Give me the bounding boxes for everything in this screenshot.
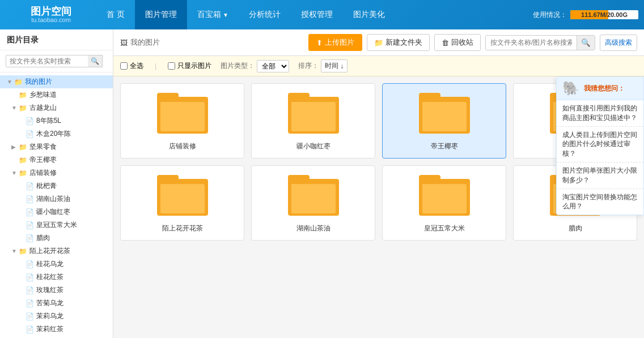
nav-home[interactable]: 首 页 — [96, 0, 135, 29]
tree-item-xiangchou[interactable]: 📁 乡愁味道 — [0, 88, 113, 101]
folder-icon: 📁 — [19, 143, 27, 151]
folder-name: 湖南山茶油 — [296, 224, 331, 233]
tree-item-tea-oil[interactable]: 📄 湖南山茶油 — [0, 192, 113, 206]
show-images-label[interactable]: 只显示图片 — [168, 61, 211, 71]
nav-baobao[interactable]: 百宝箱▼ — [187, 0, 239, 29]
tree-item-pipa[interactable]: 📄 枇杷膏 — [0, 179, 113, 192]
sidebar-search-input[interactable] — [6, 55, 88, 67]
tree-item-diw[interactable]: 📁 帝王椰枣 — [0, 153, 113, 166]
folder-icon: 📄 — [26, 326, 34, 333]
expand-icon: ▼ — [11, 105, 17, 111]
folder-icon: 📁 — [19, 247, 27, 255]
folder-icon: 📄 — [26, 221, 34, 229]
nav-analytics[interactable]: 分析统计 — [239, 0, 291, 29]
folder-icon: 📄 — [26, 313, 34, 320]
nav-image-manage[interactable]: 图片管理 — [135, 0, 187, 29]
upload-button[interactable]: ⬆ 上传图片 — [308, 34, 362, 51]
tree-item-moli-red[interactable]: 📄 茉莉红茶 — [0, 323, 113, 336]
tree-item-nuts[interactable]: ▶ 📁 坚果零食 — [0, 140, 113, 153]
folder-card-jianxiao[interactable]: 疆小咖红枣 — [251, 83, 375, 159]
folder-card-shopdecore[interactable]: 店铺装修 — [120, 83, 244, 159]
tree-item-jianxiao[interactable]: 📄 疆小咖红枣 — [0, 206, 113, 219]
sort-arrow-icon: ↓ — [340, 62, 344, 70]
sidebar-title: 图片目录 — [0, 29, 113, 50]
tree-item-flower-tea[interactable]: ▼ 📁 陌上花开花茶 — [0, 245, 113, 258]
help-item-2[interactable]: 成人类目上传到图片空间的图片什么时候通过审核？ — [557, 127, 643, 162]
tree-item-huangguan[interactable]: 📄 皇冠五常大米 — [0, 219, 113, 232]
folder-icon: 📄 — [26, 182, 34, 190]
folder-icon-large — [419, 93, 470, 134]
tree-item-8year[interactable]: 📄 8年陈5L — [0, 114, 113, 127]
filter-divider: | — [155, 62, 156, 70]
folder-icon: 📁 — [14, 78, 23, 86]
header: 图片空间 tu.taobao.com 首 页 图片管理 百宝箱▼ 分析统计 授权… — [0, 0, 644, 29]
folder-card-diwang[interactable]: 帝王椰枣 — [382, 83, 506, 159]
select-all-checkbox[interactable] — [120, 62, 128, 70]
recycle-icon: 🗑 — [442, 38, 449, 47]
type-select[interactable]: 全部 JPG PNG GIF — [257, 60, 289, 72]
content-area: 🖼 我的图片 ⬆ 上传图片 📁 新建文件夹 🗑 回收站 🔍 高级搜索 — [113, 29, 644, 338]
folder-icon: 📁 — [19, 104, 27, 112]
folder-icon: 📄 — [26, 208, 34, 216]
chevron-down-icon: ▼ — [223, 12, 228, 18]
content-search-button[interactable]: 🔍 — [577, 36, 595, 50]
tree-item-rose-tea[interactable]: 📄 玫瑰红茶 — [0, 284, 113, 297]
content-search-input[interactable] — [486, 36, 577, 49]
folder-name: 陌上花开花茶 — [162, 224, 203, 233]
folder-icon: 📄 — [26, 286, 34, 294]
folder-icon: 📄 — [26, 260, 34, 268]
sidebar-search-button[interactable]: 🔍 — [88, 55, 103, 67]
tree-item-larou[interactable]: 📄 腊肉 — [0, 232, 113, 245]
folder-icon-large — [288, 93, 339, 134]
tree-item-shop[interactable]: ▼ 📁 店铺装修 — [0, 166, 113, 179]
folder-card-flowertea[interactable]: 陌上花开花茶 — [120, 165, 244, 241]
current-path: 🖼 我的图片 — [120, 37, 160, 48]
folder-icon-large — [157, 93, 208, 134]
sidebar-search-area: 🔍 — [0, 50, 113, 72]
folder-card-huangguan[interactable]: 皇冠五常大米 — [382, 165, 506, 241]
type-filter: 图片类型： 全部 JPG PNG GIF — [221, 60, 289, 72]
folder-icon: 📄 — [26, 130, 34, 138]
path-label: 我的图片 — [130, 37, 160, 48]
folder-name: 皇冠五常大米 — [424, 224, 465, 233]
nav-auth[interactable]: 授权管理 — [291, 0, 343, 29]
show-images-checkbox[interactable] — [168, 62, 175, 70]
folder-icon-large — [288, 175, 339, 216]
folder-icon: 📁 — [19, 156, 27, 164]
folder-icon: 📄 — [26, 234, 34, 242]
main-layout: 图片目录 🔍 ▼ 📁 我的图片 📁 乡愁味道 ▼ 📁 古越龙山 — [0, 29, 644, 338]
filter-bar: 全选 | 只显示图片 图片类型： 全部 JPG PNG GIF 排序： 时间 — [113, 56, 644, 76]
tree-item-myimages[interactable]: ▼ 📁 我的图片 — [0, 75, 113, 88]
folder-name: 帝王椰枣 — [431, 142, 458, 151]
folder-icon: 📁 — [19, 169, 27, 177]
folder-icon-large — [157, 175, 208, 216]
expand-icon: ▶ — [11, 144, 17, 150]
help-item-1[interactable]: 如何直接引用图片到我的商品主图和宝贝描述中？ — [557, 100, 643, 127]
nav-beautify[interactable]: 图片美化 — [343, 0, 395, 29]
tree-item-juku[interactable]: 📄 苦菊乌龙 — [0, 297, 113, 310]
folder-icon: 📄 — [26, 117, 34, 125]
new-folder-button[interactable]: 📁 新建文件夹 — [367, 34, 430, 51]
help-elephant-icon: 🐘 — [562, 80, 579, 96]
tree-item-guihua-wulong[interactable]: 📄 桂花乌龙 — [0, 258, 113, 271]
content-search-box: 🔍 — [485, 35, 595, 50]
usage-bar: 111.67M/20.00G — [570, 10, 638, 19]
upload-icon: ⬆ — [316, 38, 323, 47]
folder-card-tea-oil[interactable]: 湖南山茶油 — [251, 165, 375, 241]
tree-item-guihua-red[interactable]: 📄 桂花红茶 — [0, 271, 113, 284]
tree-item-moli-wulong[interactable]: 📄 茉莉乌龙 — [0, 310, 113, 323]
sort-button[interactable]: 时间 ↓ — [321, 59, 348, 72]
usage-area: 使用情况： 111.67M/20.00G — [533, 10, 638, 20]
tree-item-wooden[interactable]: 📄 木盒20年陈 — [0, 127, 113, 140]
main-nav: 首 页 图片管理 百宝箱▼ 分析统计 授权管理 图片美化 — [96, 0, 533, 29]
tree-item-guyue[interactable]: ▼ 📁 古越龙山 — [0, 101, 113, 114]
recycle-button[interactable]: 🗑 回收站 — [434, 34, 481, 51]
select-all-label[interactable]: 全选 — [120, 61, 143, 71]
logo-title: 图片空间 — [31, 6, 71, 16]
help-item-3[interactable]: 图片空间单张图片大小限制多少？ — [557, 162, 643, 189]
advanced-search-button[interactable]: 高级搜索 — [600, 35, 637, 51]
folder-new-icon: 📁 — [374, 38, 383, 47]
help-header: 🐘 我猜您想问： — [557, 77, 643, 100]
help-item-4[interactable]: 淘宝图片空间替换功能怎么用？ — [557, 189, 643, 215]
folder-icon-large — [419, 175, 470, 216]
